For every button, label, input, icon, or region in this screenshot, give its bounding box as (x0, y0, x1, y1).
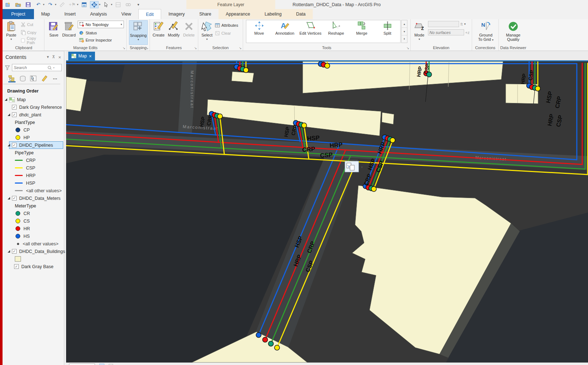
gallery-down-icon[interactable]: ▼ (402, 28, 407, 35)
filter-icon[interactable] (5, 65, 10, 70)
error-inspector-button[interactable]: ! Error Inspector (79, 37, 112, 43)
undo-caret-icon[interactable]: ▾ (43, 3, 44, 6)
tree-item-hs[interactable]: HS (3, 232, 64, 240)
meter-point[interactable] (217, 114, 222, 119)
meter-point[interactable] (302, 123, 307, 128)
tree-item-map[interactable]: Map (3, 96, 64, 103)
features-launcher-icon[interactable]: ↘ (194, 46, 197, 50)
explore-tool-icon[interactable] (90, 1, 99, 8)
meter-point[interactable] (325, 63, 330, 68)
manage-edits-launcher-icon[interactable]: ↘ (122, 46, 125, 50)
expand-arrow-icon[interactable] (5, 98, 7, 101)
list-by-data-source-icon[interactable] (19, 75, 26, 82)
expand-arrow-icon[interactable] (8, 197, 10, 199)
fixed-extent-icon[interactable] (114, 1, 122, 8)
tab-edit[interactable]: Edit (138, 9, 161, 19)
chip-caret-icon[interactable]: ▾ (361, 166, 363, 169)
meter-point[interactable] (535, 86, 540, 91)
close-map-tab-icon[interactable]: × (89, 53, 92, 59)
customize-qat-icon[interactable]: ▾ (134, 1, 143, 8)
open-project-icon[interactable] (14, 1, 22, 8)
redo-icon[interactable]: ↷ (46, 1, 55, 8)
cut-button[interactable]: Cut (21, 21, 33, 27)
gallery-up-icon[interactable]: ▲ (402, 20, 407, 28)
tree-item-dhdc-data-buildings[interactable]: ✓DHDC_Data_Buildings (3, 248, 64, 255)
layer-visibility-checkbox[interactable]: ✓ (12, 196, 17, 201)
status-snap-icon[interactable] (99, 364, 104, 365)
tab-insert[interactable]: Insert (57, 9, 83, 19)
search-icon[interactable] (47, 65, 52, 70)
copy-path-button[interactable]: Copy Path (21, 37, 44, 43)
tree-item-pipetype[interactable]: PipeType (3, 149, 64, 156)
tools-launcher-icon[interactable]: ↘ (406, 46, 409, 50)
elevation-value-input[interactable] (428, 21, 459, 27)
search-caret-icon[interactable]: ▾ (53, 66, 55, 69)
tree-item-hp[interactable]: HP (3, 134, 64, 141)
discard-edits-button[interactable]: Discard (62, 20, 76, 44)
tree-item-dhdc-plant[interactable]: ✓dhdc_plant (3, 111, 64, 119)
layer-visibility-checkbox[interactable]: ✓ (12, 105, 17, 110)
layer-visibility-checkbox[interactable]: ✓ (12, 249, 17, 254)
surfaces-input[interactable] (428, 29, 464, 35)
list-by-selection-icon[interactable] (30, 75, 37, 82)
tree-item-metertype[interactable]: MeterType (3, 202, 64, 210)
save-project-icon[interactable] (24, 1, 33, 8)
pane-menu-caret-icon[interactable]: ▾ (47, 55, 49, 60)
select-cursor-icon[interactable] (102, 1, 111, 8)
selection-launcher-icon[interactable]: ↘ (239, 46, 242, 50)
edit-vertices-tool[interactable]: Edit Vertices (298, 20, 323, 42)
merge-tool[interactable]: Merge (349, 20, 375, 42)
tab-analysis[interactable]: Analysis (83, 9, 114, 19)
explore-caret-icon[interactable]: ▾ (99, 3, 100, 6)
tab-share[interactable]: Share (192, 9, 219, 19)
tree-item-csp[interactable]: CSP (3, 164, 64, 172)
tree-item-hr[interactable]: HR (3, 225, 64, 232)
manage-quality-button[interactable]: Manage Quality (505, 20, 522, 44)
link-views-icon[interactable] (124, 1, 133, 8)
search-box[interactable]: ▾ (12, 64, 62, 71)
measure-icon[interactable] (58, 1, 66, 8)
new-view-icon[interactable] (80, 1, 88, 8)
gallery-expand-icon[interactable]: ⇟ (402, 35, 407, 43)
reshape-tool[interactable]: Reshape (323, 20, 349, 42)
split-tool[interactable]: Split (375, 20, 400, 42)
tree-item-planttype[interactable]: PlantType (3, 119, 64, 126)
surface-z-icon[interactable]: +z (465, 29, 470, 35)
modify-features-button[interactable]: Modify (167, 20, 181, 44)
locate-icon[interactable]: +⚑ (68, 1, 77, 8)
meter-point[interactable] (268, 341, 273, 346)
scale-input[interactable] (69, 364, 95, 365)
attributes-button[interactable]: Attributes (215, 22, 238, 28)
tree-item-dark-gray-reference[interactable]: ✓Dark Gray Reference (3, 103, 64, 111)
meter-point[interactable] (256, 332, 261, 338)
clear-selection-button[interactable]: Clear (215, 30, 231, 36)
tree-item-crp[interactable]: CRP (3, 156, 64, 164)
redo-caret-icon[interactable]: ▾ (55, 3, 56, 6)
tree-item-dhdc-pipelines[interactable]: ✓DHDC_Pipelines (3, 141, 64, 149)
tree-item--all-other-values-[interactable]: <all other values> (3, 240, 64, 248)
close-pane-icon[interactable]: × (58, 55, 61, 60)
move-tool[interactable]: Move (246, 20, 272, 42)
meter-point[interactable] (243, 68, 248, 73)
tree-item-dark-gray-base[interactable]: ✓Dark Gray Base (3, 263, 64, 270)
layer-visibility-checkbox[interactable]: ✓ (12, 143, 17, 147)
meter-point[interactable] (274, 345, 280, 350)
tab-map[interactable]: Map (34, 9, 57, 19)
tree-item-hrp[interactable]: HRP (3, 172, 64, 179)
more-view-options-icon[interactable]: ⋯ (52, 75, 58, 82)
topology-dropdown[interactable]: No Topology ▾ (78, 21, 124, 28)
create-features-button[interactable]: Create (151, 20, 166, 44)
tab-imagery[interactable]: Imagery (161, 9, 192, 19)
meter-point[interactable] (263, 337, 268, 342)
annotation-tool[interactable]: A Annotation (272, 20, 298, 42)
save-edits-button[interactable]: Save (47, 20, 61, 44)
meter-point[interactable] (371, 186, 376, 192)
tree-item-symbol[interactable] (3, 255, 64, 263)
pin-icon[interactable]: ⊼ (52, 55, 55, 60)
copy-button[interactable]: Copy (21, 29, 36, 35)
expand-arrow-icon[interactable] (8, 113, 10, 116)
paste-button[interactable]: Paste▾ (4, 20, 18, 44)
select-button[interactable]: Select▾ (200, 20, 214, 44)
status-button[interactable]: i Status (79, 30, 97, 36)
tab-data[interactable]: Data (289, 9, 313, 19)
